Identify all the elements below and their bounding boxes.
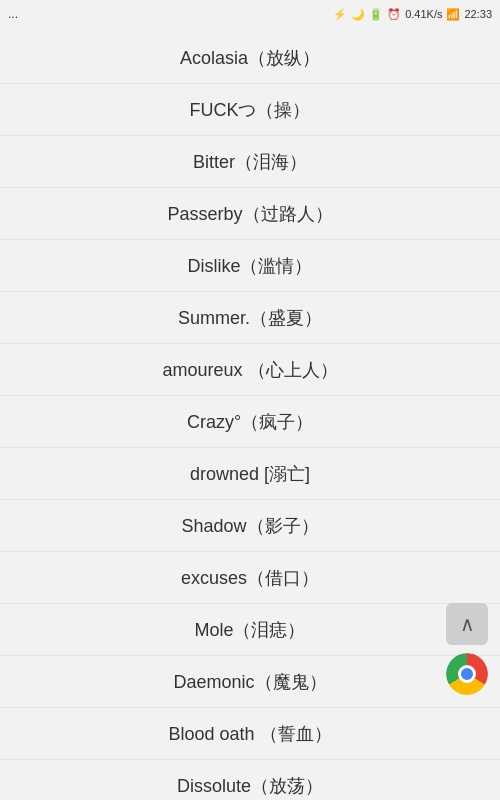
status-bar: ... ⚡ 🌙 🔋 ⏰ 0.41K/s 📶 22:33	[0, 0, 500, 28]
list-item[interactable]: excuses（借口）	[0, 552, 500, 604]
list-item[interactable]: Shadow（影子）	[0, 500, 500, 552]
list-item[interactable]: Summer.（盛夏）	[0, 292, 500, 344]
list-item[interactable]: Dislike（滥情）	[0, 240, 500, 292]
list-item[interactable]: Bitter（泪海）	[0, 136, 500, 188]
chrome-icon[interactable]	[446, 653, 488, 695]
bluetooth-icon: ⚡	[333, 8, 347, 21]
list-item[interactable]: Blood oath （誓血）	[0, 708, 500, 760]
list-item[interactable]: Crazy°（疯子）	[0, 396, 500, 448]
network-speed: 0.41K/s	[405, 8, 442, 20]
time-display: 22:33	[464, 8, 492, 20]
chevron-up-icon: ∧	[460, 612, 475, 636]
list-item[interactable]: Dissolute（放荡）	[0, 760, 500, 800]
content-list: Acolasia（放纵）FUCKつ（操）Bitter（泪海）Passerby（过…	[0, 28, 500, 800]
list-item[interactable]: Daemonic（魔鬼）	[0, 656, 500, 708]
battery-icon: 🔋	[369, 8, 383, 21]
alarm-icon: ⏰	[387, 8, 401, 21]
list-item[interactable]: Mole（泪痣）	[0, 604, 500, 656]
signal-icon: 📶	[446, 8, 460, 21]
chrome-circle	[446, 653, 488, 695]
list-item[interactable]: FUCKつ（操）	[0, 84, 500, 136]
status-left: ...	[8, 7, 18, 21]
list-item[interactable]: Acolasia（放纵）	[0, 32, 500, 84]
status-dots: ...	[8, 7, 18, 21]
list-item[interactable]: Passerby（过路人）	[0, 188, 500, 240]
scroll-up-button[interactable]: ∧	[446, 603, 488, 645]
list-item[interactable]: amoureux （心上人）	[0, 344, 500, 396]
status-right: ⚡ 🌙 🔋 ⏰ 0.41K/s 📶 22:33	[333, 8, 492, 21]
moon-icon: 🌙	[351, 8, 365, 21]
chrome-inner-circle	[458, 665, 476, 683]
list-item[interactable]: drowned [溺亡]	[0, 448, 500, 500]
